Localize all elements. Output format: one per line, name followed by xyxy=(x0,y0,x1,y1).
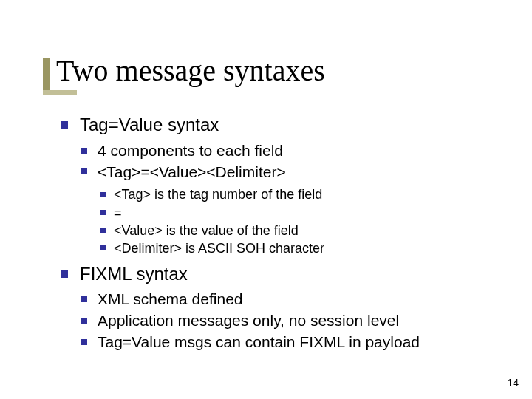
list-item: Tag=Value syntax 4 components to each fi… xyxy=(59,114,502,257)
list-item: <Tag> is the tag number of the field xyxy=(98,186,502,203)
bullet-list-level2: XML schema defined Application messages … xyxy=(80,290,502,352)
slide-title: Two message syntaxes xyxy=(56,53,325,88)
list-item: <Delimiter> is ASCII SOH character xyxy=(98,240,502,257)
bullet-text: 4 components to each field xyxy=(98,142,283,159)
title-accent-horizontal xyxy=(43,90,77,95)
bullet-text: <Value> is the value of the field xyxy=(114,223,299,238)
bullet-text: FIXML syntax xyxy=(80,264,188,284)
list-item: FIXML syntax XML schema defined Applicat… xyxy=(59,263,502,352)
list-item: Tag=Value msgs can contain FIXML in payl… xyxy=(80,332,502,352)
bullet-list-level1: Tag=Value syntax 4 components to each fi… xyxy=(59,114,502,352)
bullet-text: Application messages only, no session le… xyxy=(98,312,399,329)
bullet-text: Tag=Value msgs can contain FIXML in payl… xyxy=(98,333,420,350)
list-item: XML schema defined xyxy=(80,290,502,310)
bullet-text: Tag=Value syntax xyxy=(80,115,219,134)
slide: Two message syntaxes Tag=Value syntax 4 … xyxy=(0,0,532,399)
bullet-text: = xyxy=(114,205,122,220)
list-item: <Value> is the value of the field xyxy=(98,222,502,239)
list-item: Application messages only, no session le… xyxy=(80,311,502,331)
list-item: 4 components to each field xyxy=(80,141,502,161)
bullet-list-level2: 4 components to each field <Tag>=<Value>… xyxy=(80,141,502,257)
bullet-text: <Tag> is the tag number of the field xyxy=(114,187,322,202)
bullet-list-level3: <Tag> is the tag number of the field = <… xyxy=(98,186,502,256)
title-accent-vertical xyxy=(43,58,50,95)
list-item: <Tag>=<Value><Delimiter> <Tag> is the ta… xyxy=(80,163,502,257)
page-number: 14 xyxy=(507,377,519,389)
bullet-text: <Tag>=<Value><Delimiter> xyxy=(98,163,286,180)
bullet-text: XML schema defined xyxy=(98,290,243,307)
list-item: = xyxy=(98,205,502,222)
slide-body: Tag=Value syntax 4 components to each fi… xyxy=(59,114,502,358)
bullet-text: <Delimiter> is ASCII SOH character xyxy=(114,241,324,256)
